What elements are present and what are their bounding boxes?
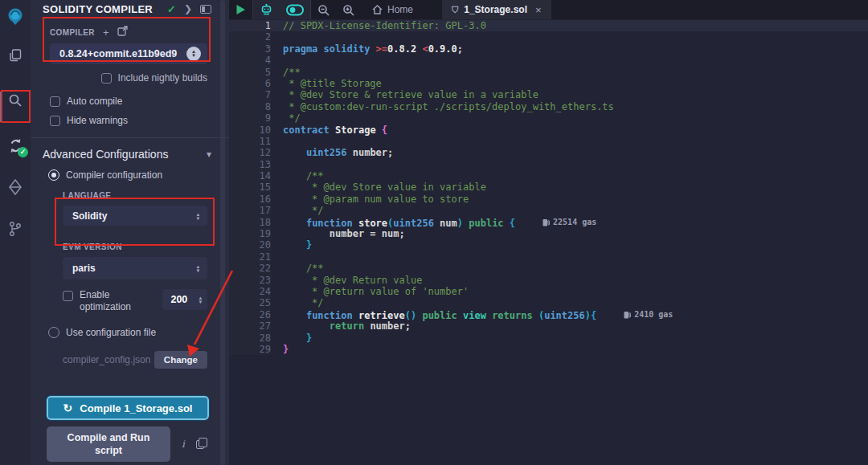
line-number: 19 [229, 228, 271, 239]
code-text: } [271, 344, 289, 355]
code-line[interactable]: 22 /** [229, 263, 868, 274]
compiler-section-label: COMPILER [50, 28, 95, 37]
compiled-check-badge: ✓ [18, 147, 28, 157]
change-config-button[interactable]: Change [154, 351, 207, 369]
add-compiler-icon[interactable]: + [103, 27, 109, 38]
code-line[interactable]: 2 [229, 31, 868, 43]
code-line[interactable]: 25 */ [229, 297, 868, 308]
pin-panel-icon[interactable] [200, 5, 211, 14]
code-line[interactable]: 19 number = num; [229, 228, 868, 239]
code-line[interactable]: 24 * @return value of 'number' [229, 286, 868, 297]
gas-estimate: 22514 gas [542, 217, 596, 228]
code-line[interactable]: 26 function retrieve() public view retur… [229, 309, 868, 320]
code-text: /** [271, 263, 324, 274]
advanced-configurations-header[interactable]: Advanced Configurations ▾ [43, 148, 211, 161]
icon-sidebar: ✓ [0, 0, 31, 465]
code-line[interactable]: 23 * @dev Return value [229, 275, 868, 286]
code-line[interactable]: 11 [229, 136, 868, 147]
code-text [271, 251, 283, 263]
code-line[interactable]: 15 * @dev Store value in variable [229, 182, 868, 193]
language-select[interactable]: Solidity ▴▾ [63, 206, 207, 226]
compile-button[interactable]: ↻ Compile 1_Storage.sol [47, 396, 209, 420]
open-external-compiler-icon[interactable] [117, 26, 128, 39]
remix-logo [5, 6, 26, 27]
enable-optimization-label: Enable optimization [80, 289, 162, 313]
evm-version-select[interactable]: paris ▴▾ [63, 257, 207, 279]
use-config-file-row: Use configuration file [48, 327, 229, 338]
code-line[interactable]: 5/** [229, 67, 868, 78]
sidebar-item-git[interactable] [0, 214, 31, 244]
auto-compile-label: Auto compile [67, 96, 122, 107]
chevron-right-icon[interactable]: ❯ [184, 3, 192, 14]
code-text: * @custom:dev-run-script ./scripts/deplo… [271, 101, 614, 112]
run-script-button[interactable] [229, 0, 252, 19]
code-line[interactable]: 8 * @custom:dev-run-script ./scripts/dep… [229, 101, 868, 112]
zoom-out-button[interactable] [311, 0, 336, 19]
close-tab-icon[interactable]: × [535, 4, 542, 16]
code-line[interactable]: 20 } [229, 239, 868, 251]
code-line[interactable]: 10contract Storage { [229, 124, 868, 136]
compile-and-run-button[interactable]: Compile and Run script [47, 426, 170, 462]
zoom-in-button[interactable] [336, 0, 361, 19]
sidebar-item-solidity-compiler[interactable]: ✓ [0, 130, 31, 161]
code-line[interactable]: 18 function store(uint256 num) public {2… [229, 217, 868, 228]
tab-home[interactable]: Home [361, 0, 424, 19]
compiler-configuration-radio[interactable] [48, 169, 59, 181]
code-line[interactable]: 29} [229, 344, 868, 355]
code-text: * @dev Return value [271, 275, 422, 286]
compiler-configuration-label: Compiler configuration [66, 169, 162, 181]
use-configuration-file-radio[interactable] [48, 327, 59, 338]
enable-optimization-checkbox[interactable] [63, 291, 73, 301]
code-line[interactable]: 6 * @title Storage [229, 78, 868, 89]
code-line[interactable]: 27 return number; [229, 320, 868, 332]
code-editor[interactable]: 1// SPDX-License-Identifier: GPL-3.023pr… [229, 19, 868, 465]
code-line[interactable]: 3pragma solidity >=0.8.2 <0.9.0; [229, 43, 868, 55]
code-line[interactable]: 14 /** [229, 170, 868, 182]
copy-icon[interactable] [196, 440, 204, 449]
code-line[interactable]: 7 * @dev Store & retrieve value in a var… [229, 89, 868, 100]
panel-scrollbar[interactable] [220, 0, 225, 465]
compile-button-label: Compile 1_Storage.sol [80, 402, 192, 414]
code-line[interactable]: 21 [229, 251, 868, 263]
code-text: return number; [271, 320, 411, 332]
remix-ide-window: ✓ SOLIDITY COMPILER ✓ ❯ [0, 0, 868, 465]
optimization-runs-input[interactable]: 200 ▴▾ [162, 289, 207, 310]
tab-1-storage-sol[interactable]: ⛉ 1_Storage.sol × [442, 0, 551, 19]
code-line[interactable]: 1// SPDX-License-Identifier: GPL-3.0 [229, 20, 868, 31]
info-icon[interactable]: i [182, 438, 185, 450]
stepper-arrows-icon: ▴▾ [199, 296, 202, 304]
line-number: 3 [229, 43, 271, 55]
code-text [271, 136, 283, 147]
include-nightly-checkbox[interactable] [101, 73, 112, 84]
code-line[interactable]: 16 * @param num value to store [229, 194, 868, 205]
sidebar-item-file-explorer[interactable] [0, 40, 31, 71]
line-number: 6 [229, 78, 271, 89]
use-configuration-file-label: Use configuration file [66, 327, 156, 338]
auto-compile-checkbox[interactable] [50, 96, 60, 107]
evm-version-label: EVM VERSION [63, 243, 229, 251]
code-line[interactable]: 12 uint256 number; [229, 147, 868, 158]
code-line[interactable]: 13 [229, 159, 868, 170]
code-text: function retrieve() public view returns … [271, 309, 673, 320]
code-line[interactable]: 28 } [229, 332, 868, 344]
hide-warnings-checkbox[interactable] [50, 116, 60, 126]
compile-success-icon: ✓ [167, 3, 176, 15]
evm-version-value: paris [72, 263, 96, 274]
compiler-version-select[interactable]: 0.8.24+commit.e11b9ed9 ▲▼ [50, 43, 207, 64]
code-line[interactable]: 9 */ [229, 112, 868, 124]
code-text: */ [271, 297, 324, 308]
sidebar-item-search[interactable] [0, 85, 31, 116]
ai-assistant-button[interactable] [253, 3, 280, 16]
home-tab-label: Home [387, 4, 413, 15]
ai-copilot-toggle[interactable] [280, 4, 310, 16]
line-number: 14 [229, 170, 271, 182]
code-line[interactable]: 17 */ [229, 205, 868, 216]
nightly-builds-row: Include nightly builds [31, 72, 207, 84]
code-text: /** [271, 170, 324, 182]
file-explorer-icon [8, 48, 23, 63]
select-arrows-icon: ▴▾ [197, 212, 199, 220]
remix-logo[interactable] [0, 0, 31, 34]
code-line[interactable]: 4 [229, 55, 868, 66]
line-number: 11 [229, 136, 271, 147]
sidebar-item-deploy-run[interactable] [0, 172, 31, 202]
